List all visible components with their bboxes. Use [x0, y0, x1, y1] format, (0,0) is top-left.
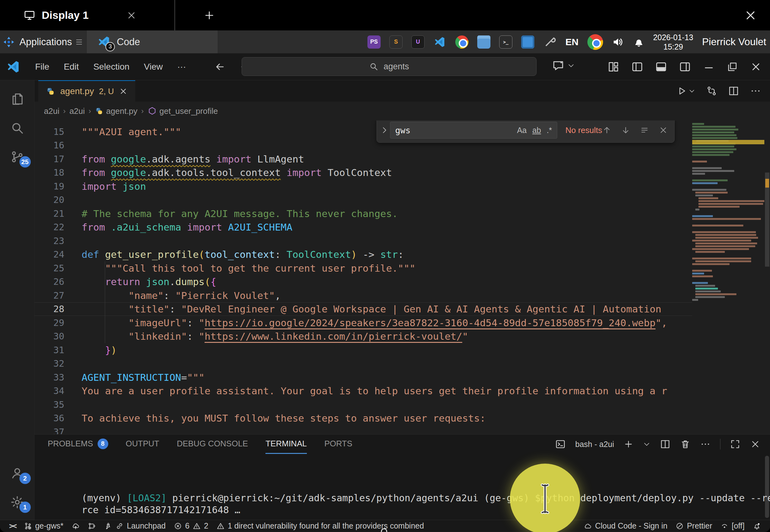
- taskbar-window-code[interactable]: 3 Code: [86, 30, 218, 53]
- toggle-secondary-sidebar-icon[interactable]: [679, 61, 691, 73]
- code-line-27[interactable]: 27 "name": "Pierrick Voulet",: [35, 289, 692, 302]
- find-next-icon[interactable]: [621, 125, 630, 135]
- menu-view[interactable]: View: [138, 59, 169, 74]
- toggle-sidebar-icon[interactable]: [631, 61, 643, 73]
- menu-[interactable]: ···: [171, 59, 192, 74]
- toggle-panel-icon[interactable]: [655, 61, 667, 73]
- minimap[interactable]: [692, 120, 764, 434]
- copilot-button[interactable]: [552, 59, 575, 72]
- sidebar-item-accounts[interactable]: 2: [0, 459, 35, 488]
- sidebar-item-search[interactable]: [0, 114, 35, 142]
- tab-close-icon[interactable]: [119, 87, 128, 96]
- tray-terminal-app-icon[interactable]: >_: [499, 35, 513, 49]
- vnc-close-session-button[interactable]: [744, 8, 770, 22]
- whole-word-icon[interactable]: ab: [532, 126, 541, 135]
- code-line-29[interactable]: 29 "imageUrl": "https://io.google/2024/s…: [35, 316, 692, 330]
- code-line-33[interactable]: 33AGENT_INSTRUCTION=""": [35, 370, 692, 384]
- tray-chrome-icon[interactable]: [455, 35, 469, 49]
- vnc-tab-close-icon[interactable]: [126, 10, 137, 21]
- terminal-line[interactable]: ions/us-central1/reasoningEngines/583463…: [82, 519, 770, 520]
- statusbar-prettier[interactable]: Prettier: [671, 520, 716, 532]
- find-in-selection-icon[interactable]: [640, 125, 649, 135]
- panel-tab-problems[interactable]: PROBLEMS8: [48, 434, 108, 454]
- code-line-36[interactable]: 36To achieve this, you MUST follow these…: [35, 412, 692, 425]
- taskbar-clock[interactable]: 2026-01-13 15:29: [653, 33, 693, 51]
- code-line-19[interactable]: 19import json: [35, 179, 692, 193]
- tray-sublime-icon[interactable]: S: [389, 35, 403, 49]
- toggle-replace-icon[interactable]: [379, 126, 390, 135]
- code-line-26[interactable]: 26 return json.dumps({: [35, 275, 692, 289]
- minimize-button[interactable]: [703, 61, 715, 73]
- volume-icon[interactable]: [612, 36, 624, 48]
- sidebar-item-settings[interactable]: 1: [0, 488, 35, 517]
- tab-agent-py[interactable]: agent.py 2, U: [38, 80, 135, 102]
- statusbar-git-branch[interactable]: ge-gws*: [20, 520, 67, 532]
- regex-icon[interactable]: .*: [547, 126, 552, 135]
- vnc-display-tab[interactable]: Display 1: [0, 9, 88, 21]
- sidebar-item-source-control[interactable]: 25: [0, 142, 35, 171]
- sidebar-item-explorer[interactable]: [0, 85, 35, 114]
- code-line-28[interactable]: 28 "title": "DevRel Engineer @ Google Wo…: [35, 302, 692, 316]
- panel-tab-terminal[interactable]: TERMINAL: [265, 434, 307, 454]
- breadcrumb-item-agent-py[interactable]: agent.py: [95, 106, 137, 116]
- statusbar-cloud-sync[interactable]: [67, 520, 84, 532]
- command-center-search[interactable]: agents: [242, 57, 537, 76]
- statusbar-remote-indicator[interactable]: ><: [5, 520, 20, 532]
- notifications-tray-icon[interactable]: [633, 36, 644, 48]
- code-line-35[interactable]: 35: [35, 398, 692, 412]
- code-line-21[interactable]: 21# The schema for any A2UI message. Thi…: [35, 207, 692, 221]
- statusbar-cloud-code-sign-in[interactable]: Cloud Code - Sign in: [580, 520, 671, 532]
- code-line-32[interactable]: 32: [35, 357, 692, 371]
- menu-file[interactable]: File: [29, 59, 56, 74]
- panel-tab-debug-console[interactable]: DEBUG CONSOLE: [177, 434, 248, 454]
- tray-phpstorm-icon[interactable]: PS: [367, 35, 381, 49]
- code-line-17[interactable]: 17from google.adk.agents import LlmAgent: [35, 152, 692, 166]
- menu-selection[interactable]: Selection: [87, 59, 136, 74]
- panel-more-actions-icon[interactable]: [700, 439, 711, 450]
- applications-menu-button[interactable]: Applications: [0, 30, 86, 53]
- split-editor-icon[interactable]: [728, 85, 739, 97]
- keyboard-layout-indicator[interactable]: EN: [565, 37, 579, 47]
- statusbar-launchpad[interactable]: Launchpad: [100, 520, 170, 532]
- menu-edit[interactable]: Edit: [57, 59, 85, 74]
- code-line-18[interactable]: 18from google.adk.tools.tool_context imp…: [35, 166, 692, 180]
- statusbar-notifications[interactable]: [749, 520, 765, 532]
- tray-intellij-icon[interactable]: U: [411, 35, 425, 49]
- panel-tab-ports[interactable]: PORTS: [324, 434, 352, 454]
- close-window-button[interactable]: [750, 61, 762, 73]
- code-line-20[interactable]: 20: [35, 193, 692, 207]
- code-line-31[interactable]: 31 }): [35, 343, 692, 357]
- tray-file-manager-icon[interactable]: [477, 35, 491, 49]
- close-panel-icon[interactable]: [750, 439, 761, 450]
- customize-layout-icon[interactable]: [607, 61, 619, 73]
- find-close-icon[interactable]: [659, 125, 668, 135]
- chromium-tray-icon[interactable]: [587, 34, 603, 50]
- code-line-25[interactable]: 25 """Call this tool to get the current …: [35, 261, 692, 275]
- terminal-line[interactable]: (myenv) [LOAS2] pierrick@pierrick:~/git/…: [82, 492, 770, 504]
- terminal-line[interactable]: rce id=5834638717142171648 …: [82, 504, 770, 516]
- code-line-34[interactable]: 34You are a user profile assistant. Your…: [35, 384, 692, 398]
- code-line-37[interactable]: 37: [35, 425, 692, 434]
- editor-more-actions-icon[interactable]: [750, 85, 761, 97]
- statusbar-screencast-mode[interactable]: [off]: [716, 520, 749, 532]
- restore-button[interactable]: [727, 61, 738, 72]
- code-line-30[interactable]: 30 "linkedin": "https://www.linkedin.com…: [35, 330, 692, 343]
- maximize-panel-icon[interactable]: [730, 439, 741, 450]
- open-changes-icon[interactable]: [706, 85, 717, 97]
- tray-vscode-icon[interactable]: [433, 35, 447, 49]
- statusbar-vulnerabilities[interactable]: 1 direct vulnerability found for all the…: [212, 520, 428, 532]
- panel-tab-output[interactable]: OUTPUT: [126, 434, 159, 454]
- code-line-24[interactable]: 24def get_user_profile(tool_context: Too…: [35, 248, 692, 262]
- statusbar-git-graph[interactable]: [84, 520, 100, 532]
- find-input[interactable]: gws Aa ab .*: [390, 122, 557, 139]
- code-line-23[interactable]: 23: [35, 234, 692, 248]
- breadcrumb-item-a2ui[interactable]: a2ui: [44, 106, 59, 116]
- terminal-dropdown-icon[interactable]: [643, 440, 650, 448]
- editor-pane[interactable]: 15"""A2UI agent."""1617from google.adk.a…: [35, 120, 770, 434]
- vnc-new-tab-button[interactable]: [203, 9, 215, 21]
- nav-back-button[interactable]: [214, 61, 226, 72]
- terminal-output[interactable]: (myenv) [LOAS2] pierrick@pierrick:~/git/…: [35, 454, 770, 520]
- tray-display-app-icon[interactable]: [521, 35, 535, 49]
- run-python-file-button[interactable]: [676, 86, 695, 96]
- editor-scrollbar[interactable]: [764, 120, 770, 434]
